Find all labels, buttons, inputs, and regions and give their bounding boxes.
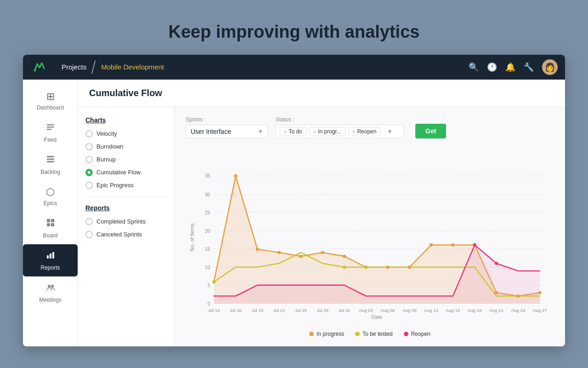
- main-area: ⊞ Dashboard Feed: [23, 80, 565, 346]
- radio-burnup[interactable]: Burnup: [85, 156, 167, 163]
- svg-rect-8: [51, 219, 54, 222]
- charts-section-title: Charts: [85, 116, 167, 124]
- svg-text:Aug 15: Aug 15: [446, 308, 460, 313]
- chart-legend: In progress To be tested Reopen: [186, 331, 554, 337]
- svg-text:25: 25: [205, 210, 210, 215]
- tag-inprogress-label: In progr...: [318, 128, 341, 135]
- legend-reopen-dot: [404, 332, 408, 336]
- svg-text:Jul 25: Jul 25: [295, 308, 307, 313]
- chart-controls: Sprints : User Interface ▼ Status : ×: [186, 116, 554, 138]
- radio-burndown[interactable]: Burndown: [85, 143, 167, 150]
- radio-cumulative-flow-label: Cumulative Flow: [96, 169, 141, 176]
- search-icon[interactable]: 🔍: [469, 62, 479, 72]
- svg-point-0: [34, 69, 36, 71]
- cumulative-flow-chart: No. of Items 0 5 10 15: [186, 148, 554, 327]
- legend-to-be-tested: To be tested: [355, 331, 392, 337]
- radio-epic-progress[interactable]: Epic Progress: [85, 182, 167, 189]
- radio-completed-sprints[interactable]: Completed Sprints: [85, 218, 167, 225]
- sidebar-item-dashboard[interactable]: ⊞ Dashboard: [23, 85, 78, 116]
- radio-burnup-circle: [85, 156, 93, 163]
- radio-cumulative-flow[interactable]: Cumulative Flow: [85, 169, 167, 176]
- svg-rect-1: [47, 124, 54, 126]
- nav-logo[interactable]: [30, 58, 49, 76]
- svg-text:Aug 21: Aug 21: [489, 308, 503, 313]
- svg-text:0: 0: [208, 301, 210, 306]
- tag-todo-remove[interactable]: ×: [284, 129, 287, 134]
- tag-inprogress[interactable]: × In progr...: [309, 127, 345, 136]
- app-window: Projects Mobile Development 🔍 🕐 🔔 🔧 👩 ⊞ …: [23, 55, 565, 346]
- sidebar-label-epics: Epics: [44, 200, 57, 207]
- svg-point-60: [430, 243, 433, 246]
- epics-icon: ⬡: [46, 186, 55, 198]
- svg-text:10: 10: [205, 264, 210, 270]
- svg-text:Aug 06: Aug 06: [381, 308, 395, 313]
- tag-inprogress-remove[interactable]: ×: [313, 129, 316, 134]
- radio-velocity-label: Velocity: [96, 130, 117, 137]
- reports-section-title: Reports: [85, 204, 167, 212]
- feed-icon: [45, 122, 56, 135]
- radio-velocity[interactable]: Velocity: [85, 130, 167, 138]
- sidebar-item-backlog[interactable]: Backlog: [23, 149, 78, 181]
- radio-canceled-sprints[interactable]: Canceled Sprints: [85, 231, 167, 238]
- bell-icon[interactable]: 🔔: [505, 62, 515, 72]
- page-title: Cumulative Flow: [89, 88, 554, 98]
- board-icon: [45, 218, 56, 230]
- sidebar-item-reports[interactable]: Reports: [23, 244, 78, 276]
- svg-text:20: 20: [205, 228, 210, 233]
- sidebar-label-dashboard: Dashboard: [37, 104, 64, 111]
- sprints-label: Sprints :: [186, 116, 268, 123]
- svg-text:Jul 31: Jul 31: [338, 308, 350, 313]
- svg-text:Aug 24: Aug 24: [511, 308, 525, 313]
- sidebar-label-board: Board: [43, 232, 57, 239]
- content-body: Charts Velocity Burndown Burnup: [78, 107, 565, 346]
- sidebar-label-meetings: Meetings: [39, 297, 62, 303]
- reports-icon: [45, 250, 56, 263]
- svg-text:35: 35: [205, 173, 210, 178]
- radio-completed-label: Completed Sprints: [96, 218, 146, 225]
- svg-point-15: [51, 285, 54, 288]
- svg-point-65: [538, 291, 542, 294]
- tag-reopen-remove[interactable]: ×: [352, 129, 355, 134]
- svg-point-69: [473, 243, 476, 246]
- user-avatar[interactable]: 👩: [542, 59, 558, 75]
- tools-icon[interactable]: 🔧: [524, 62, 534, 72]
- radio-cumulative-flow-circle: [85, 169, 93, 176]
- status-chevron-icon: ▼: [387, 128, 392, 135]
- svg-point-67: [343, 265, 346, 269]
- svg-rect-6: [47, 161, 54, 162]
- tag-todo[interactable]: × To do: [280, 127, 306, 136]
- sidebar-item-feed[interactable]: Feed: [23, 116, 78, 149]
- svg-point-56: [343, 254, 346, 258]
- nav-icons: 🔍 🕐 🔔 🔧 👩: [469, 59, 558, 75]
- backlog-icon: [45, 154, 56, 167]
- svg-rect-3: [47, 129, 51, 130]
- radio-velocity-circle: [85, 130, 93, 138]
- svg-point-54: [299, 254, 302, 258]
- panel-divider: [85, 196, 167, 197]
- svg-rect-11: [47, 255, 49, 259]
- svg-point-63: [495, 291, 498, 294]
- nav-projects[interactable]: Projects: [54, 63, 94, 71]
- sprint-value: User Interface: [191, 128, 231, 135]
- clock-icon[interactable]: 🕐: [487, 62, 497, 72]
- get-button[interactable]: Get: [415, 124, 446, 138]
- svg-text:Jul 19: Jul 19: [251, 308, 263, 313]
- status-tags-container[interactable]: × To do × In progr... × Reopen: [276, 125, 404, 138]
- svg-text:Aug 03: Aug 03: [359, 308, 373, 313]
- content-header: Cumulative Flow: [78, 80, 565, 107]
- sidebar-item-meetings[interactable]: Meetings: [23, 276, 78, 309]
- sidebar-item-epics[interactable]: ⬡ Epics: [23, 181, 78, 212]
- sprint-select[interactable]: User Interface ▼: [186, 125, 268, 138]
- sidebar-item-board[interactable]: Board: [23, 212, 78, 244]
- nav-project-name[interactable]: Mobile Development: [94, 63, 171, 71]
- tag-reopen[interactable]: × Reopen: [348, 127, 380, 136]
- page-headline: Keep improving with analytics: [169, 22, 420, 42]
- svg-text:Aug 27: Aug 27: [533, 308, 547, 313]
- sprint-chevron-icon: ▼: [258, 128, 263, 135]
- svg-rect-5: [47, 158, 54, 160]
- legend-to-be-tested-dot: [355, 332, 360, 336]
- radio-canceled-circle: [85, 231, 93, 238]
- svg-text:Jul 13: Jul 13: [208, 308, 220, 313]
- radio-burndown-label: Burndown: [96, 143, 124, 150]
- svg-text:Aug 09: Aug 09: [402, 308, 417, 313]
